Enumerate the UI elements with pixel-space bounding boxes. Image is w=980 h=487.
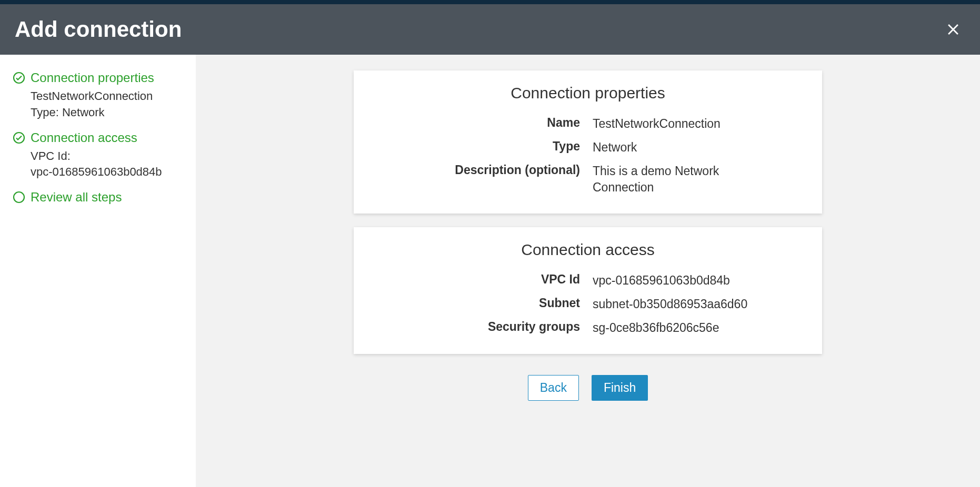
close-icon[interactable] — [944, 21, 962, 38]
step-details: VPC Id: vpc-01685961063b0d84b — [31, 148, 167, 181]
topbar — [0, 0, 980, 4]
step-header: Connection access — [13, 130, 183, 145]
property-label: Subnet — [372, 296, 593, 310]
back-button[interactable]: Back — [528, 375, 579, 401]
property-row: Name TestNetworkConnection — [372, 116, 804, 132]
property-value: subnet-0b350d86953aa6d60 — [593, 296, 766, 312]
check-circle-icon — [13, 131, 25, 144]
property-label: Security groups — [372, 320, 593, 334]
panel-title: Connection access — [372, 241, 804, 259]
property-label: Name — [372, 116, 593, 130]
step-review-all[interactable]: Review all steps — [13, 190, 183, 205]
property-label: Type — [372, 139, 593, 154]
property-value: TestNetworkConnection — [593, 116, 766, 132]
step-connection-access[interactable]: Connection access VPC Id: vpc-0168596106… — [13, 130, 183, 181]
property-row: Type Network — [372, 139, 804, 156]
check-circle-icon — [13, 72, 25, 84]
step-detail-line: VPC Id: — [31, 148, 167, 165]
step-detail-line: Type: Network — [31, 105, 167, 121]
property-value: sg-0ce8b36fb6206c56e — [593, 320, 766, 336]
step-label: Connection access — [31, 130, 137, 145]
modal-title: Add connection — [15, 17, 182, 42]
step-label: Connection properties — [31, 70, 154, 85]
property-label: VPC Id — [372, 272, 593, 287]
step-label: Review all steps — [31, 190, 122, 205]
step-detail-line: TestNetworkConnection — [31, 88, 167, 105]
step-header: Connection properties — [13, 70, 183, 85]
step-connection-properties[interactable]: Connection properties TestNetworkConnect… — [13, 70, 183, 121]
panel-connection-access: Connection access VPC Id vpc-01685961063… — [354, 227, 822, 354]
property-label: Description (optional) — [372, 163, 593, 177]
property-row: Subnet subnet-0b350d86953aa6d60 — [372, 296, 804, 312]
property-row: VPC Id vpc-01685961063b0d84b — [372, 272, 804, 289]
property-value: This is a demo Network Connection — [593, 163, 766, 196]
step-detail-line: vpc-01685961063b0d84b — [31, 164, 167, 180]
panel-title: Connection properties — [372, 84, 804, 102]
circle-icon — [13, 191, 25, 204]
property-value: Network — [593, 139, 766, 156]
wizard-sidebar: Connection properties TestNetworkConnect… — [0, 55, 196, 487]
wizard-content: Connection properties Name TestNetworkCo… — [196, 55, 980, 487]
property-row: Security groups sg-0ce8b36fb6206c56e — [372, 320, 804, 336]
property-value: vpc-01685961063b0d84b — [593, 272, 766, 289]
modal-body: Connection properties TestNetworkConnect… — [0, 55, 980, 487]
step-header: Review all steps — [13, 190, 183, 205]
panel-connection-properties: Connection properties Name TestNetworkCo… — [354, 70, 822, 214]
wizard-actions: Back Finish — [528, 375, 648, 401]
finish-button[interactable]: Finish — [592, 375, 648, 401]
step-details: TestNetworkConnection Type: Network — [31, 88, 167, 121]
property-row: Description (optional) This is a demo Ne… — [372, 163, 804, 196]
modal-header: Add connection — [0, 4, 980, 55]
svg-point-2 — [14, 192, 24, 202]
